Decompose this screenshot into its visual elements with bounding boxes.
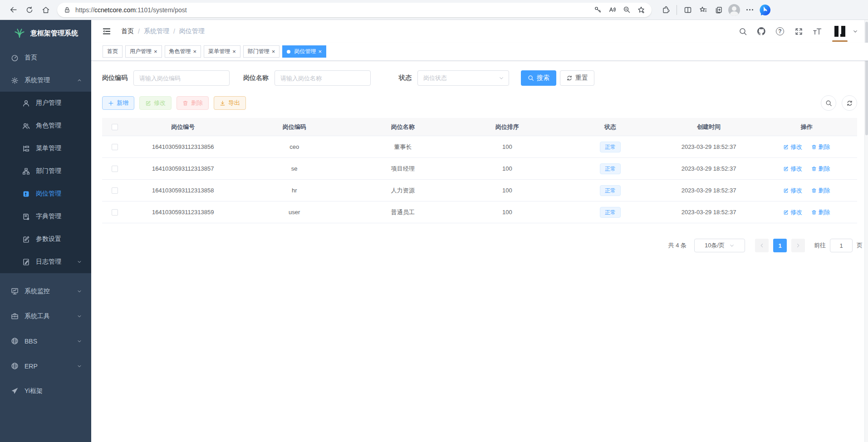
user-avatar[interactable] — [831, 23, 858, 40]
browser-address-bar[interactable]: https://ccnetcore.com:1101/system/post — [57, 3, 652, 17]
fullscreen-icon[interactable] — [794, 27, 803, 36]
scrollbar-thumb[interactable] — [865, 22, 868, 135]
password-key-icon[interactable] — [591, 3, 604, 17]
browser-profile-avatar[interactable] — [726, 2, 742, 18]
sidebar-item-system-management[interactable]: 系统管理 — [0, 69, 91, 92]
row-edit-link[interactable]: 修改 — [783, 208, 802, 216]
close-icon[interactable]: × — [193, 49, 197, 54]
sidebar-item-yi-framework[interactable]: Yi框架 — [0, 378, 91, 403]
browser-menu-icon[interactable] — [742, 2, 757, 18]
close-icon[interactable]: × — [272, 49, 275, 54]
tab-department-management[interactable]: 部门管理× — [243, 45, 280, 58]
search-button[interactable]: 搜索 — [521, 70, 556, 86]
export-button[interactable]: 导出 — [214, 96, 246, 110]
bing-copilot-icon[interactable] — [757, 2, 773, 18]
add-favorite-icon[interactable] — [634, 3, 648, 17]
delete-button[interactable]: 删除 — [177, 96, 209, 110]
post-name-input[interactable] — [275, 70, 371, 86]
sidebar-item-log-management[interactable]: 日志管理 — [0, 250, 91, 273]
extensions-icon[interactable] — [658, 2, 673, 18]
row-delete-link[interactable]: 删除 — [811, 143, 830, 151]
browser-back-button[interactable] — [5, 2, 21, 18]
toggle-search-button[interactable] — [821, 95, 836, 111]
page-number-1[interactable]: 1 — [773, 239, 787, 252]
github-icon[interactable] — [757, 27, 766, 36]
chevron-down-icon — [77, 339, 82, 344]
sidebar-item-home[interactable]: 首页 — [0, 46, 91, 69]
tab-post-management[interactable]: 岗位管理× — [282, 45, 326, 58]
row-checkbox[interactable] — [112, 209, 118, 216]
help-icon[interactable]: ? — [775, 27, 785, 36]
pagination-total: 共 4 条 — [668, 241, 687, 250]
sidebar-item-menu-management[interactable]: 菜单管理 — [0, 137, 91, 160]
close-icon[interactable]: × — [232, 49, 236, 54]
top-navbar: 首页 / 系统管理 / 岗位管理 ? — [91, 20, 868, 43]
sidebar-item-post-management[interactable]: 岗位管理 — [0, 182, 91, 205]
edit-icon — [783, 166, 789, 172]
row-edit-link[interactable]: 修改 — [783, 187, 802, 195]
goto-page-input[interactable] — [830, 239, 853, 252]
app-title: 意框架管理系统 — [30, 29, 78, 38]
edit-button[interactable]: 修改 — [139, 96, 172, 110]
page-size-select[interactable]: 10条/页 — [694, 239, 745, 252]
browser-home-button[interactable] — [38, 2, 54, 18]
row-edit-link[interactable]: 修改 — [783, 165, 802, 173]
sidebar-item-user-management[interactable]: 用户管理 — [0, 92, 91, 114]
chevron-left-icon — [759, 243, 765, 248]
favorites-icon[interactable] — [696, 2, 711, 18]
zoom-out-icon[interactable] — [620, 3, 633, 17]
sidebar-collapse-icon[interactable] — [98, 23, 115, 39]
collections-icon[interactable] — [711, 2, 726, 18]
sidebar-item-bbs[interactable]: BBS — [0, 329, 91, 354]
post-management-page: 岗位编码 岗位名称 状态 岗位状态 搜索 — [91, 61, 868, 442]
prev-page-button[interactable] — [755, 239, 769, 252]
browser-refresh-button[interactable] — [22, 2, 37, 18]
row-delete-link[interactable]: 删除 — [811, 208, 830, 216]
add-button[interactable]: 新增 — [102, 96, 134, 110]
status-select[interactable]: 岗位状态 — [417, 70, 509, 86]
tab-user-management[interactable]: 用户管理× — [125, 45, 162, 58]
row-delete-link[interactable]: 删除 — [811, 165, 830, 173]
breadcrumb-system[interactable]: 系统管理 — [144, 27, 169, 35]
app-logo[interactable]: 意框架管理系统 — [0, 20, 91, 46]
tab-role-management[interactable]: 角色管理× — [165, 45, 201, 58]
log-icon — [22, 258, 30, 266]
post-code-input[interactable] — [133, 70, 230, 86]
toolbar-divider — [677, 5, 677, 15]
refresh-table-button[interactable] — [842, 95, 857, 111]
header-search-icon[interactable] — [738, 27, 747, 36]
row-checkbox[interactable] — [112, 144, 118, 150]
sidebar-item-erp[interactable]: ERP — [0, 354, 91, 378]
tab-menu-management[interactable]: 菜单管理× — [204, 45, 240, 58]
row-checkbox[interactable] — [112, 166, 118, 172]
globe-icon — [11, 362, 19, 370]
row-delete-link[interactable]: 删除 — [811, 187, 830, 195]
sidebar-item-department-management[interactable]: 部门管理 — [0, 160, 91, 182]
read-aloud-icon[interactable] — [605, 3, 619, 17]
sidebar-item-system-monitor[interactable]: 系统监控 — [0, 279, 91, 304]
row-checkbox[interactable] — [112, 187, 118, 194]
tab-home[interactable]: 首页 — [103, 45, 123, 58]
search-form: 岗位编码 岗位名称 状态 岗位状态 搜索 — [102, 70, 857, 86]
split-screen-icon[interactable] — [680, 2, 696, 18]
table-row: 1641030593112313859 user 普通员工 100 正常 202… — [102, 201, 857, 223]
close-icon[interactable]: × — [318, 49, 322, 54]
row-edit-link[interactable]: 修改 — [783, 143, 802, 151]
trash-icon — [811, 188, 817, 193]
table-row: 1641030593112313858 hr 人力资源 100 正常 2023-… — [102, 180, 857, 201]
sidebar-item-parameter-settings[interactable]: 参数设置 — [0, 228, 91, 250]
chevron-right-icon — [795, 243, 801, 248]
scrollbar[interactable] — [864, 20, 868, 442]
reset-button[interactable]: 重置 — [560, 70, 594, 86]
sidebar-item-dictionary-management[interactable]: 字典管理 — [0, 205, 91, 228]
search-icon — [528, 75, 534, 81]
next-page-button[interactable] — [791, 239, 805, 252]
search-icon — [825, 100, 832, 107]
select-all-checkbox[interactable] — [112, 124, 118, 130]
close-icon[interactable]: × — [154, 49, 157, 54]
sidebar-item-system-tools[interactable]: 系统工具 — [0, 304, 91, 329]
chevron-down-icon — [499, 75, 504, 81]
breadcrumb-home[interactable]: 首页 — [121, 27, 134, 35]
font-size-icon[interactable] — [813, 27, 822, 36]
sidebar-item-role-management[interactable]: 角色管理 — [0, 114, 91, 137]
